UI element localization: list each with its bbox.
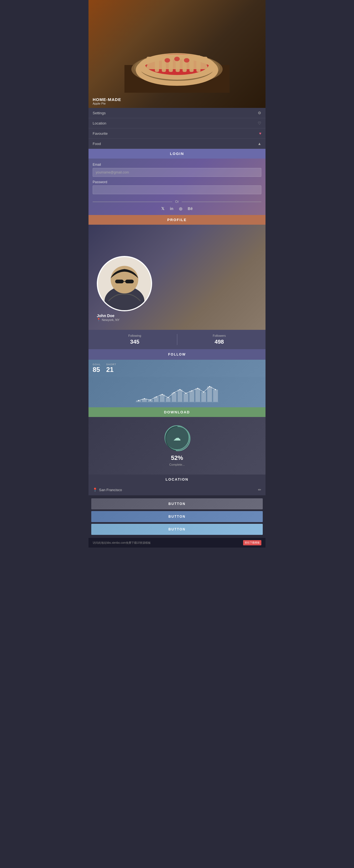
login-section: Email Password Or 𝕏 in ◎ Bē bbox=[89, 159, 265, 215]
food-label: Food bbox=[93, 142, 101, 146]
hero-subtitle: Apple Pie bbox=[93, 102, 121, 105]
hero-section: HOME-MADE Apple Pie bbox=[89, 0, 265, 108]
svg-point-42 bbox=[156, 396, 157, 397]
location-header-bar: LOCATION bbox=[89, 474, 265, 484]
behance-icon[interactable]: Bē bbox=[188, 207, 193, 211]
menu-item-food[interactable]: Food ▲ bbox=[89, 138, 265, 149]
watermark-bar: 访问此地址bbs.xienbo.com免费下载UI资源模板 前往下载模板 bbox=[89, 538, 265, 548]
location-label: Location bbox=[93, 121, 106, 125]
hero-image bbox=[89, 0, 265, 108]
button-2[interactable]: BUTTON bbox=[91, 511, 263, 522]
svg-point-39 bbox=[138, 400, 139, 401]
menu-list: Settings ⚙ Location ♡ Favourite ♥ Food ▲ bbox=[89, 108, 265, 149]
svg-rect-37 bbox=[207, 386, 212, 402]
svg-rect-36 bbox=[201, 392, 206, 402]
svg-point-48 bbox=[191, 390, 192, 391]
pie-illustration bbox=[124, 15, 230, 93]
goal-section: GOAL 85 SHORT 21 bbox=[89, 360, 265, 377]
profile-section: John Doe 📍 Newyork, NY Following 345 Fol… bbox=[89, 225, 265, 360]
location-heart-icon: ♡ bbox=[258, 121, 261, 125]
download-percent: 52% bbox=[171, 454, 183, 462]
short-item: SHORT 21 bbox=[106, 363, 116, 374]
profile-header-bar: PROFILE bbox=[89, 215, 265, 225]
download-section: ☁ 52% Complete... bbox=[89, 417, 265, 474]
watermark-badge[interactable]: 前往下载模板 bbox=[243, 540, 261, 546]
login-header-bar: LOGIN bbox=[89, 149, 265, 159]
svg-rect-38 bbox=[213, 390, 218, 402]
menu-item-settings[interactable]: Settings ⚙ bbox=[89, 108, 265, 118]
favourite-icon: ♥ bbox=[259, 131, 261, 135]
avatar bbox=[97, 256, 152, 311]
twitter-icon[interactable]: 𝕏 bbox=[161, 207, 164, 211]
avatar-container: John Doe 📍 Newyork, NY bbox=[97, 256, 152, 321]
chart-section bbox=[89, 377, 265, 407]
svg-point-43 bbox=[162, 394, 163, 395]
svg-rect-35 bbox=[195, 389, 200, 402]
location-pin-icon: 📍 bbox=[97, 318, 101, 321]
menu-item-location[interactable]: Location ♡ bbox=[89, 118, 265, 128]
profile-name: John Doe bbox=[97, 313, 152, 318]
svg-point-47 bbox=[185, 393, 186, 394]
download-status: Complete... bbox=[169, 463, 185, 466]
svg-rect-34 bbox=[189, 391, 194, 402]
stats-bar: Following 345 Followers 498 bbox=[89, 330, 265, 349]
hero-caption: HOME-MADE Apple Pie bbox=[93, 97, 121, 105]
favourite-label: Favourite bbox=[93, 131, 107, 135]
location-marker-icon: 📍 bbox=[93, 488, 97, 492]
followers-stat: Followers 498 bbox=[177, 334, 262, 345]
password-input[interactable] bbox=[93, 185, 261, 194]
goal-item: GOAL 85 bbox=[93, 363, 101, 374]
password-label: Password bbox=[93, 180, 261, 184]
svg-point-18 bbox=[184, 58, 189, 63]
email-input[interactable] bbox=[93, 168, 261, 177]
button-1[interactable]: BUTTON bbox=[91, 498, 263, 509]
menu-item-favourite[interactable]: Favourite ♥ bbox=[89, 128, 265, 138]
social-icons: 𝕏 in ◎ Bē bbox=[93, 207, 261, 211]
svg-point-46 bbox=[180, 389, 181, 390]
profile-location: 📍 Newyork, NY bbox=[97, 318, 152, 321]
svg-rect-33 bbox=[183, 393, 188, 402]
download-progress-circle: ☁ bbox=[165, 425, 189, 450]
watermark-text: 访问此地址bbs.xienbo.com免费下载UI资源模板 bbox=[93, 541, 151, 545]
progress-ring bbox=[165, 425, 191, 452]
location-edit-icon[interactable]: ✏ bbox=[258, 488, 261, 492]
settings-icon: ⚙ bbox=[258, 111, 261, 115]
svg-rect-23 bbox=[125, 280, 134, 283]
food-icon: ▲ bbox=[257, 142, 261, 146]
following-stat: Following 345 bbox=[93, 334, 177, 345]
svg-point-16 bbox=[165, 58, 170, 63]
location-section: 📍 San Francisco ✏ bbox=[89, 484, 265, 495]
profile-background: John Doe 📍 Newyork, NY bbox=[89, 225, 265, 330]
location-text: 📍 San Francisco bbox=[93, 488, 122, 492]
svg-point-51 bbox=[209, 386, 210, 387]
svg-rect-32 bbox=[178, 390, 182, 402]
svg-point-41 bbox=[150, 399, 151, 400]
svg-point-52 bbox=[215, 389, 216, 390]
follow-button[interactable]: FOLLOW bbox=[89, 349, 265, 360]
linkedin-icon[interactable]: in bbox=[170, 207, 173, 211]
svg-point-44 bbox=[168, 397, 169, 398]
avatar-illustration bbox=[98, 256, 151, 311]
email-label: Email bbox=[93, 163, 261, 166]
download-header-bar: DOWNLOAD bbox=[89, 407, 265, 417]
svg-point-45 bbox=[173, 392, 174, 393]
chart-visualization bbox=[135, 381, 219, 403]
svg-rect-30 bbox=[166, 398, 170, 402]
settings-label: Settings bbox=[93, 111, 106, 115]
instagram-icon[interactable]: ◎ bbox=[179, 207, 182, 211]
svg-rect-22 bbox=[115, 280, 124, 283]
or-divider: Or bbox=[93, 200, 261, 204]
svg-point-40 bbox=[144, 398, 145, 399]
svg-point-49 bbox=[197, 388, 198, 389]
buttons-section: BUTTON BUTTON BUTTON bbox=[89, 495, 265, 538]
svg-point-50 bbox=[203, 392, 204, 393]
button-3[interactable]: BUTTON bbox=[91, 524, 263, 535]
svg-point-17 bbox=[174, 57, 180, 61]
hero-title: HOME-MADE bbox=[93, 97, 121, 102]
